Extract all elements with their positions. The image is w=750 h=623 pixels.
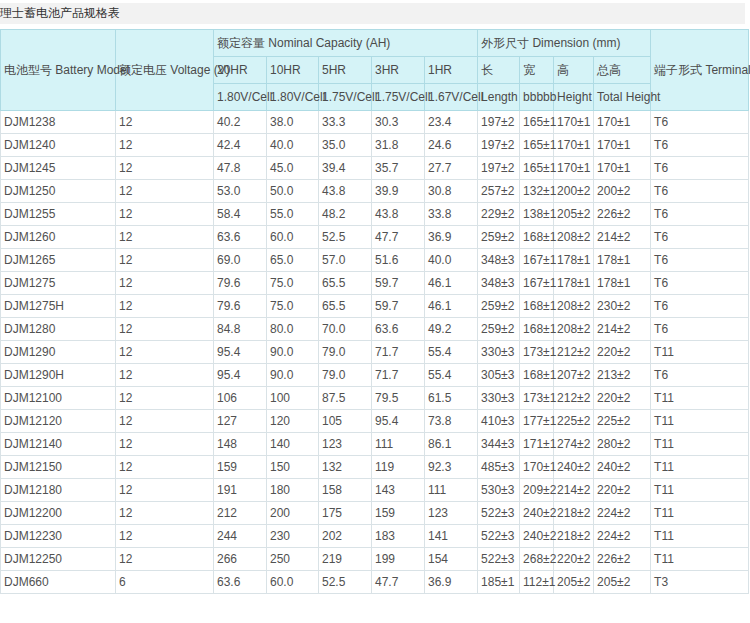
page: 理士蓄电池产品规格表 电池型号 Battery Model 额定电压 Volta… [0,0,750,623]
cell-battery-model: DJM12230 [1,525,116,548]
cell-cap-5hr: 79.0 [319,341,372,364]
cell-cap-5hr: 132 [319,456,372,479]
cell-dim-height: 205±2 [554,203,594,226]
cell-terminal: T3 [651,571,749,594]
cell-dim-width: 171±1 [520,433,554,456]
cell-dim-length: 522±3 [478,548,520,571]
header-cap-10hr-unit: 1.80V/Cell [267,84,319,111]
cell-dim-height: 170±1 [554,157,594,180]
cell-cap-5hr: 52.5 [319,226,372,249]
cell-dim-height: 225±2 [554,410,594,433]
cell-dim-height: 218±2 [554,502,594,525]
cell-cap-5hr: 35.0 [319,134,372,157]
cell-cap-5hr: 202 [319,525,372,548]
cell-dim-length: 348±3 [478,249,520,272]
cell-dim-length: 259±2 [478,295,520,318]
cell-dim-width: 112±1 [520,571,554,594]
cell-cap-5hr: 87.5 [319,387,372,410]
cell-cap-3hr: 59.7 [372,295,425,318]
cell-dim-length: 197±2 [478,134,520,157]
cell-terminal: T6 [651,157,749,180]
table-row: DJM121001210610087.579.561.5330±3173±121… [1,387,749,410]
cell-dim-length: 330±3 [478,341,520,364]
cell-dim-length: 344±3 [478,433,520,456]
header-dimension-group: 外形尺寸 Dimension (mm) [478,30,651,57]
cell-cap-5hr: 33.3 [319,111,372,134]
cell-cap-10hr: 80.0 [267,318,319,341]
cell-dim-length: 530±3 [478,479,520,502]
cell-terminal: T11 [651,548,749,571]
table-row: DJM12601263.660.052.547.736.9259±2168±12… [1,226,749,249]
cell-cap-1hr: 36.9 [425,571,478,594]
header-dim-width-en: bbbbb [520,84,554,111]
cell-cap-20hr: 244 [214,525,267,548]
cell-dim-length: 330±3 [478,387,520,410]
cell-cap-10hr: 90.0 [267,341,319,364]
cell-dim-width: 170±1 [520,456,554,479]
cell-battery-model: DJM12150 [1,456,116,479]
cell-dim-width: 167±1 [520,272,554,295]
cell-dim-width: 240±2 [520,525,554,548]
table-row: DJM12751279.675.065.559.746.1348±3167±11… [1,272,749,295]
cell-battery-model: DJM1275 [1,272,116,295]
cell-battery-model: DJM1240 [1,134,116,157]
cell-cap-3hr: 199 [372,548,425,571]
cell-cap-10hr: 75.0 [267,272,319,295]
cell-cap-1hr: 73.8 [425,410,478,433]
cell-cap-3hr: 159 [372,502,425,525]
cell-dim-length: 305±3 [478,364,520,387]
header-terminal: 端子形式 Terminal [651,30,749,111]
cell-cap-5hr: 65.5 [319,272,372,295]
table-row: DJM12551258.455.048.243.833.8229±2138±12… [1,203,749,226]
cell-terminal: T6 [651,364,749,387]
header-cap-20hr-unit: 1.80V/Cell [214,84,267,111]
cell-cap-3hr: 111 [372,433,425,456]
cell-cap-10hr: 250 [267,548,319,571]
cell-cap-1hr: 24.6 [425,134,478,157]
cell-cap-5hr: 105 [319,410,372,433]
cell-battery-model: DJM12120 [1,410,116,433]
cell-cap-10hr: 90.0 [267,364,319,387]
table-row: DJM1218012191180158143111530±3209±2214±2… [1,479,749,502]
cell-cap-10hr: 55.0 [267,203,319,226]
cell-voltage: 12 [116,341,214,364]
cell-battery-model: DJM1275H [1,295,116,318]
cell-cap-10hr: 60.0 [267,226,319,249]
table-row: DJM12901295.490.079.071.755.4330±3173±12… [1,341,749,364]
cell-cap-5hr: 219 [319,548,372,571]
cell-terminal: T6 [651,249,749,272]
cell-terminal: T11 [651,479,749,502]
cell-cap-5hr: 65.5 [319,295,372,318]
cell-terminal: T6 [651,318,749,341]
cell-battery-model: DJM1245 [1,157,116,180]
cell-cap-10hr: 230 [267,525,319,548]
cell-cap-3hr: 51.6 [372,249,425,272]
cell-cap-20hr: 79.6 [214,272,267,295]
cell-dim-total-height: 214±2 [594,318,651,341]
cell-cap-1hr: 49.2 [425,318,478,341]
cell-dim-length: 197±2 [478,157,520,180]
cell-voltage: 6 [116,571,214,594]
cell-terminal: T6 [651,111,749,134]
table-row: DJM121201212712010595.473.8410±3177±1225… [1,410,749,433]
cell-cap-3hr: 95.4 [372,410,425,433]
cell-cap-10hr: 140 [267,433,319,456]
cell-cap-10hr: 75.0 [267,295,319,318]
cell-cap-3hr: 143 [372,479,425,502]
header-voltage: 额定电压 Voltage (V) [116,30,214,111]
cell-voltage: 12 [116,433,214,456]
cell-cap-3hr: 39.9 [372,180,425,203]
cell-dim-height: 274±2 [554,433,594,456]
cell-cap-10hr: 50.0 [267,180,319,203]
cell-battery-model: DJM12180 [1,479,116,502]
cell-cap-1hr: 92.3 [425,456,478,479]
cell-battery-model: DJM1238 [1,111,116,134]
cell-cap-10hr: 100 [267,387,319,410]
cell-dim-total-height: 213±2 [594,364,651,387]
cell-cap-20hr: 53.0 [214,180,267,203]
cell-dim-width: 168±1 [520,226,554,249]
cell-dim-width: 138±1 [520,203,554,226]
cell-dim-height: 178±1 [554,249,594,272]
cell-cap-10hr: 40.0 [267,134,319,157]
cell-cap-20hr: 212 [214,502,267,525]
